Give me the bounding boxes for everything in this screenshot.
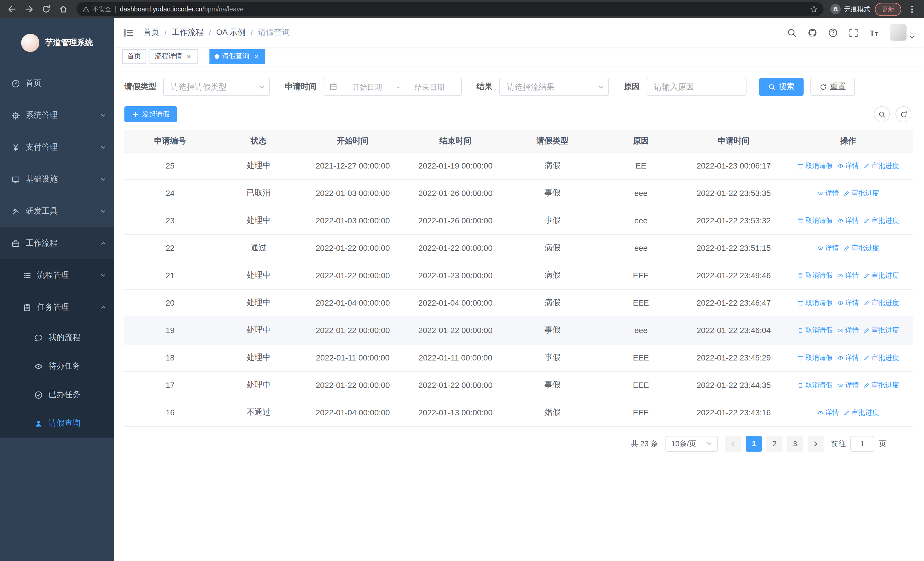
view-icon xyxy=(837,355,843,361)
progress-link[interactable]: 审批进度 xyxy=(864,298,899,308)
fullscreen-icon[interactable] xyxy=(849,28,858,38)
cell-actions: 详情审批进度 xyxy=(784,179,913,207)
column-header: 原因 xyxy=(598,130,684,152)
page-button-2[interactable]: 2 xyxy=(766,436,783,451)
refresh-table-button[interactable] xyxy=(896,106,912,122)
sidebar-item-my-process[interactable]: 我的流程 xyxy=(0,323,114,352)
search-icon[interactable] xyxy=(787,28,797,38)
sidebar-item-todo-tasks[interactable]: 待办任务 xyxy=(0,352,114,381)
detail-link[interactable]: 详情 xyxy=(817,408,839,417)
progress-link[interactable]: 审批进度 xyxy=(843,188,879,198)
cell-start-time: 2022-01-22 00:00:00 xyxy=(302,371,404,399)
goto-page-input[interactable] xyxy=(850,436,874,451)
sidebar-item-infrastructure[interactable]: 基础设施 xyxy=(0,163,114,196)
search-button[interactable]: 搜索 xyxy=(759,78,804,96)
reason-input[interactable] xyxy=(654,82,739,92)
result-input[interactable] xyxy=(507,82,594,92)
toggle-search-button[interactable] xyxy=(874,106,890,122)
view-icon xyxy=(817,245,824,251)
tab-process-detail[interactable]: 流程详情× xyxy=(150,49,198,64)
reset-button[interactable]: 重置 xyxy=(810,78,855,96)
cancel-leave-link[interactable]: 取消请假 xyxy=(797,216,832,226)
create-leave-button[interactable]: 发起请假 xyxy=(124,106,177,122)
sidebar-item-task-management[interactable]: 任务管理 xyxy=(0,291,114,323)
start-date-input[interactable] xyxy=(341,83,394,91)
sidebar-item-label: 我的流程 xyxy=(48,332,106,343)
action-label: 详情 xyxy=(825,188,839,198)
sidebar-item-label: 流程管理 xyxy=(37,270,100,281)
home-icon[interactable] xyxy=(57,3,70,15)
forward-icon[interactable] xyxy=(23,3,35,15)
sidebar-item-home[interactable]: 首页 xyxy=(0,68,114,99)
close-icon[interactable]: × xyxy=(252,52,260,60)
sidebar-item-leave-query[interactable]: 请假查询 xyxy=(0,409,114,438)
prev-page-button[interactable] xyxy=(725,436,741,451)
cancel-leave-link[interactable]: 取消请假 xyxy=(797,353,832,362)
cell-actions: 取消请假详情审批进度 xyxy=(784,316,913,344)
reload-icon[interactable] xyxy=(40,3,52,15)
sidebar-item-payment-management[interactable]: 支付管理 xyxy=(0,131,114,163)
page-size-select[interactable]: 10条/页 xyxy=(666,436,718,451)
bookmark-star-icon[interactable] xyxy=(810,5,818,13)
detail-link[interactable]: 详情 xyxy=(837,325,859,335)
security-chip[interactable]: 不安全 xyxy=(82,5,111,14)
tab-home[interactable]: 首页 xyxy=(122,49,146,64)
chevron-down-icon xyxy=(100,175,106,184)
progress-link[interactable]: 审批进度 xyxy=(864,161,899,170)
end-date-input[interactable] xyxy=(403,83,456,91)
help-icon[interactable] xyxy=(828,28,838,38)
reason-field[interactable] xyxy=(646,78,747,96)
sidebar-item-system-management[interactable]: 系统管理 xyxy=(0,99,114,131)
progress-link[interactable]: 审批进度 xyxy=(843,408,879,417)
app-logo[interactable]: 芋道管理系统 xyxy=(0,18,114,68)
detail-link[interactable]: 详情 xyxy=(837,271,859,280)
detail-link[interactable]: 详情 xyxy=(837,161,859,170)
page-button-1[interactable]: 1 xyxy=(746,436,762,451)
sidebar-item-dev-tools[interactable]: 研发工具 xyxy=(0,196,114,227)
github-icon[interactable] xyxy=(808,28,817,38)
progress-link[interactable]: 审批进度 xyxy=(864,216,899,226)
browser-menu-icon[interactable] xyxy=(906,3,918,15)
detail-link[interactable]: 详情 xyxy=(817,188,839,198)
progress-link[interactable]: 审批进度 xyxy=(864,353,899,362)
address-bar[interactable]: 不安全 dashboard.yudao.iocoder.cn/bpm/oa/le… xyxy=(76,2,824,16)
progress-link[interactable]: 审批进度 xyxy=(864,380,899,390)
next-page-button[interactable] xyxy=(808,436,824,451)
sidebar-item-label: 任务管理 xyxy=(37,302,100,313)
leave-type-input[interactable] xyxy=(171,82,255,92)
cancel-leave-link[interactable]: 取消请假 xyxy=(797,271,832,280)
cancel-leave-link[interactable]: 取消请假 xyxy=(797,325,832,335)
cancel-leave-link[interactable]: 取消请假 xyxy=(797,380,832,390)
detail-link[interactable]: 详情 xyxy=(837,380,859,390)
detail-link[interactable]: 详情 xyxy=(817,243,839,253)
detail-link[interactable]: 详情 xyxy=(837,298,859,308)
close-icon[interactable]: × xyxy=(185,52,193,60)
cell-apply-id: 21 xyxy=(124,262,216,289)
detail-link[interactable]: 详情 xyxy=(837,216,859,226)
cancel-leave-link[interactable]: 取消请假 xyxy=(797,161,832,170)
progress-link[interactable]: 审批进度 xyxy=(864,325,899,335)
hamburger-icon[interactable] xyxy=(123,27,134,38)
progress-link[interactable]: 审批进度 xyxy=(864,271,899,280)
cancel-leave-link[interactable]: 取消请假 xyxy=(797,298,832,308)
sidebar-item-workflow[interactable]: 工作流程 xyxy=(0,227,114,259)
leave-type-select[interactable] xyxy=(163,78,270,96)
breadcrumb-item[interactable]: 首页 xyxy=(143,27,159,38)
apply-time-range-picker[interactable]: - xyxy=(324,78,462,96)
sidebar-item-done-tasks[interactable]: 已办任务 xyxy=(0,381,114,409)
result-select[interactable] xyxy=(500,78,609,96)
breadcrumb-item[interactable]: OA 示例 xyxy=(216,27,246,38)
action-label: 审批进度 xyxy=(872,380,899,390)
user-avatar-menu[interactable] xyxy=(890,24,915,41)
font-size-icon[interactable]: TT xyxy=(869,28,879,38)
back-icon[interactable] xyxy=(6,3,18,15)
page-button-3[interactable]: 3 xyxy=(787,436,803,451)
tab-leave-query[interactable]: 请假查询× xyxy=(210,49,266,64)
view-icon xyxy=(837,272,843,278)
goto-label: 前往 xyxy=(831,438,846,449)
breadcrumb-item[interactable]: 工作流程 xyxy=(172,27,204,38)
progress-link[interactable]: 审批进度 xyxy=(843,243,879,253)
sidebar-item-process-management[interactable]: 流程管理 xyxy=(0,259,114,291)
detail-link[interactable]: 详情 xyxy=(837,353,859,362)
update-button[interactable]: 更新 xyxy=(875,3,901,16)
